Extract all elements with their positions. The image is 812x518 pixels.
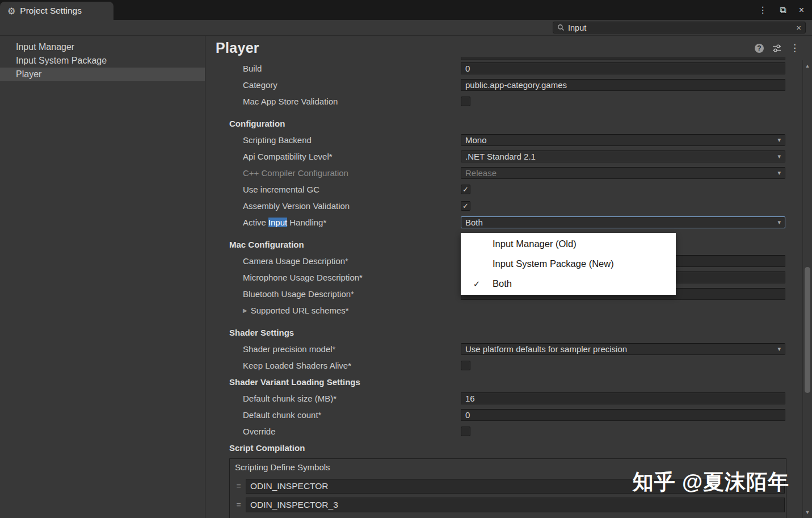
dropdown-field[interactable]: Use platform defaults for sampler precis… bbox=[461, 343, 785, 355]
window-body: Input ManagerInput System PackagePlayer … bbox=[0, 36, 812, 518]
setting-label: Scripting Backend bbox=[216, 135, 461, 145]
popup-option[interactable]: ✓Both bbox=[461, 274, 676, 294]
sidebar-item-player[interactable]: Player bbox=[0, 68, 205, 81]
dropdown-field[interactable]: .NET Standard 2.1▾ bbox=[461, 151, 785, 162]
chevron-down-icon: ▾ bbox=[777, 219, 781, 226]
popup-option[interactable]: Input Manager (Old) bbox=[461, 234, 676, 254]
close-icon[interactable]: × bbox=[799, 6, 804, 15]
watermark-text: 知乎 @夏沫陌年 bbox=[633, 468, 789, 496]
section-header: Mac Configuration bbox=[216, 240, 461, 249]
checkbox[interactable] bbox=[461, 97, 470, 106]
search-icon bbox=[557, 24, 565, 31]
setting-label: Override bbox=[216, 427, 461, 436]
scroll-down-icon[interactable]: ▼ bbox=[803, 509, 812, 515]
setting-label: ▶Supported URL schemes* bbox=[216, 306, 461, 315]
section-header: Configuration bbox=[216, 119, 461, 128]
sidebar-item-input-system-package[interactable]: Input System Package bbox=[0, 54, 205, 68]
vertical-scrollbar[interactable]: ▲ ▼ bbox=[802, 60, 812, 518]
setting-label: Mac App Store Validation bbox=[216, 97, 461, 106]
window-title: Project Settings bbox=[20, 6, 82, 16]
settings-row: Configuration bbox=[216, 115, 812, 132]
popup-option-label: Both bbox=[493, 278, 512, 289]
popup-option-label: Input System Package (New) bbox=[493, 258, 614, 269]
search-input[interactable]: Input × bbox=[553, 22, 806, 34]
checkbox[interactable]: ✓ bbox=[461, 185, 470, 194]
page-title: Player bbox=[216, 40, 259, 56]
dropdown-popup: Input Manager (Old)Input System Package … bbox=[461, 233, 676, 295]
settings-row: Override bbox=[216, 423, 812, 440]
partial-text-field bbox=[461, 57, 785, 60]
popup-option[interactable]: Input System Package (New) bbox=[461, 254, 676, 274]
settings-row: Assembly Version Validation✓ bbox=[216, 198, 812, 214]
setting-label: Shader precision model* bbox=[216, 344, 461, 354]
foldout-arrow-icon[interactable]: ▶ bbox=[243, 307, 247, 314]
setting-label: Default chunk count* bbox=[216, 410, 461, 420]
tab-project-settings[interactable]: ⚙ Project Settings bbox=[0, 2, 113, 20]
setting-label: Bluetooth Usage Description* bbox=[216, 289, 461, 299]
setting-label: Build bbox=[216, 64, 461, 73]
dropdown-value: Both bbox=[465, 218, 483, 227]
text-field[interactable]: 0 bbox=[461, 409, 785, 421]
project-settings-window: ⚙ Project Settings ⋮ ⧉ × Input × Input M… bbox=[0, 0, 812, 518]
dropdown-value: Use platform defaults for sampler precis… bbox=[465, 344, 627, 354]
settings-row: Default chunk count*0 bbox=[216, 407, 812, 423]
settings-row: Categorypublic.app-category.games bbox=[216, 77, 812, 93]
chevron-down-icon: ▾ bbox=[777, 169, 781, 177]
drag-handle-icon[interactable]: = bbox=[231, 500, 246, 509]
section-header: Shader Variant Loading Settings bbox=[216, 377, 461, 387]
dropdown-value: Mono bbox=[465, 135, 487, 145]
chevron-down-icon: ▾ bbox=[777, 136, 781, 144]
define-symbol-field[interactable]: ODIN_INSPECTOR_3 bbox=[246, 498, 785, 512]
chevron-down-icon: ▾ bbox=[777, 345, 781, 353]
settings-row: Build0 bbox=[216, 60, 812, 77]
sidebar: Input ManagerInput System PackagePlayer bbox=[0, 36, 205, 518]
search-match-highlight: Input bbox=[268, 218, 287, 227]
title-bar: ⚙ Project Settings ⋮ ⧉ × bbox=[0, 0, 812, 20]
maximize-icon[interactable]: ⧉ bbox=[780, 6, 786, 15]
settings-row: Scripting BackendMono▾ bbox=[216, 132, 812, 148]
setting-label: Active Input Handling* bbox=[216, 218, 461, 227]
text-field[interactable]: 0 bbox=[461, 62, 785, 74]
scrollbar-thumb[interactable] bbox=[805, 267, 810, 393]
text-field[interactable]: 16 bbox=[461, 392, 785, 404]
setting-label: Api Compatibility Level* bbox=[216, 152, 461, 161]
preset-icon[interactable] bbox=[772, 44, 781, 53]
drag-handle-icon[interactable]: = bbox=[231, 482, 246, 491]
dropdown-field[interactable]: Mono▾ bbox=[461, 134, 785, 146]
settings-row: Script Compilation bbox=[216, 440, 812, 456]
sidebar-item-input-manager[interactable]: Input Manager bbox=[0, 40, 205, 54]
settings-row: Use incremental GC✓ bbox=[216, 181, 812, 198]
gear-icon: ⚙ bbox=[7, 6, 15, 16]
settings-row: C++ Compiler ConfigurationRelease▾ bbox=[216, 165, 812, 181]
settings-row: Active Input Handling*Both▾ bbox=[216, 214, 812, 231]
define-symbol-row: =ODIN_INSPECTOR_3 bbox=[231, 498, 785, 512]
section-header: Script Compilation bbox=[216, 443, 461, 453]
setting-label: Microphone Usage Description* bbox=[216, 273, 461, 282]
setting-label: Use incremental GC bbox=[216, 185, 461, 194]
text-field[interactable]: public.app-category.games bbox=[461, 79, 785, 91]
checkbox[interactable] bbox=[461, 361, 470, 370]
checkbox[interactable] bbox=[461, 427, 470, 436]
setting-label: Assembly Version Validation bbox=[216, 201, 461, 211]
window-controls: ⋮ ⧉ × bbox=[758, 0, 812, 20]
scroll-up-icon[interactable]: ▲ bbox=[803, 63, 812, 69]
dropdown-field[interactable]: Both▾ bbox=[461, 216, 785, 228]
setting-label: Keep Loaded Shaders Alive* bbox=[216, 361, 461, 370]
window-menu-icon[interactable]: ⋮ bbox=[758, 6, 767, 15]
settings-row: Shader Variant Loading Settings bbox=[216, 374, 812, 390]
setting-label: Camera Usage Description* bbox=[216, 256, 461, 266]
settings-row: Api Compatibility Level*.NET Standard 2.… bbox=[216, 148, 812, 165]
setting-label: C++ Compiler Configuration bbox=[216, 168, 461, 178]
settings-row: Default chunk size (MB)*16 bbox=[216, 390, 812, 407]
search-clear-icon[interactable]: × bbox=[796, 23, 801, 32]
help-icon[interactable]: ? bbox=[755, 44, 764, 53]
chevron-down-icon: ▾ bbox=[777, 153, 781, 160]
dropdown-field[interactable]: Release▾ bbox=[461, 167, 785, 179]
checkbox[interactable]: ✓ bbox=[461, 201, 470, 211]
section-header: Shader Settings bbox=[216, 328, 461, 337]
setting-label: Default chunk size (MB)* bbox=[216, 394, 461, 403]
header-icons: ? ⋮ bbox=[755, 42, 812, 54]
more-options-icon[interactable]: ⋮ bbox=[790, 42, 800, 54]
settings-row: Shader precision model*Use platform defa… bbox=[216, 341, 812, 357]
setting-label: Category bbox=[216, 80, 461, 90]
